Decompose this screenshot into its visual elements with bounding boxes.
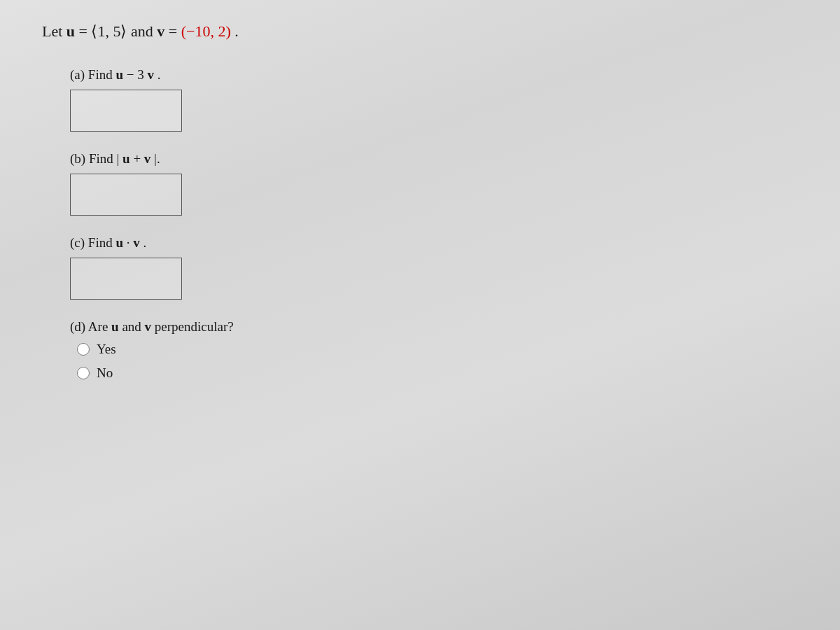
- problem-c: (c) Find u · v .: [70, 235, 798, 300]
- problem-d-middle: and: [122, 319, 144, 334]
- radio-no-label: No: [97, 365, 113, 381]
- problem-a-v: v: [147, 67, 154, 82]
- radio-yes[interactable]: [77, 343, 90, 356]
- problem-b-prefix: (b) Find |: [70, 151, 119, 166]
- eq1-text: = ⟨1, 5⟩: [79, 22, 131, 40]
- radio-option-yes[interactable]: Yes: [77, 342, 798, 357]
- problem-c-label: (c) Find u · v .: [70, 235, 798, 251]
- problem-b-op: +: [133, 151, 144, 166]
- problem-d-u: u: [111, 319, 119, 334]
- radio-no[interactable]: [77, 367, 90, 379]
- problem-c-v: v: [133, 235, 140, 250]
- problem-d: (d) Are u and v perpendicular? Yes No: [70, 319, 798, 381]
- radio-yes-label: Yes: [97, 342, 116, 357]
- problem-a: (a) Find u − 3 v .: [70, 67, 798, 132]
- problem-d-label: (d) Are u and v perpendicular?: [70, 319, 798, 335]
- problem-header: Let u = ⟨1, 5⟩ and v = (−10, 2) .: [42, 21, 798, 43]
- problem-a-op: − 3: [127, 67, 144, 82]
- problem-b-label: (b) Find | u + v |.: [70, 151, 798, 167]
- problem-c-dot: ·: [127, 235, 134, 250]
- problem-a-prefix: (a) Find: [70, 67, 115, 82]
- v-variable: v: [157, 22, 164, 40]
- radio-option-no[interactable]: No: [77, 365, 798, 381]
- problem-a-u: u: [115, 67, 123, 82]
- problem-b-u: u: [122, 151, 130, 166]
- problem-b-abs-close: |.: [154, 151, 160, 166]
- u-variable: u: [66, 22, 75, 40]
- problem-d-suffix: perpendicular?: [155, 319, 234, 334]
- intro-text: Let: [42, 22, 66, 40]
- problem-c-period: .: [144, 235, 147, 250]
- perpendicular-radio-group: Yes No: [77, 342, 798, 381]
- answer-box-a[interactable]: [70, 90, 182, 132]
- problem-a-period: .: [158, 67, 161, 82]
- problem-c-u: u: [115, 235, 123, 250]
- problem-a-label: (a) Find u − 3 v .: [70, 67, 798, 83]
- eq2-text: =: [169, 22, 181, 40]
- problem-c-prefix: (c) Find: [70, 235, 115, 250]
- problem-b-v: v: [144, 151, 151, 166]
- answer-box-c[interactable]: [70, 258, 182, 300]
- answer-box-b[interactable]: [70, 174, 182, 216]
- page-container: Let u = ⟨1, 5⟩ and v = (−10, 2) . (a) Fi…: [0, 0, 840, 630]
- v-value: (−10, 2): [181, 22, 231, 40]
- problem-d-v: v: [145, 319, 152, 334]
- and-text: and: [131, 22, 153, 40]
- problem-b: (b) Find | u + v |.: [70, 151, 798, 216]
- period-text: .: [234, 22, 239, 40]
- problem-d-prefix: (d) Are: [70, 319, 111, 334]
